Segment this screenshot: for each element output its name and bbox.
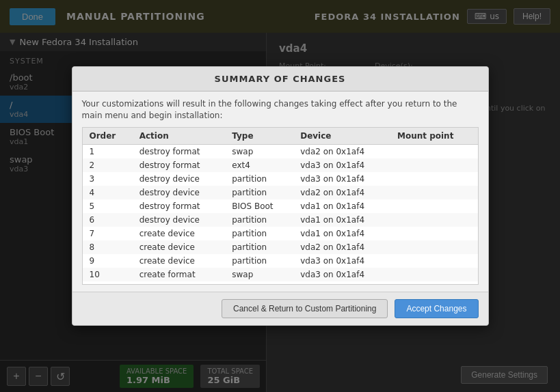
- cell-mountpoint: [390, 158, 478, 172]
- cell-order: 10: [83, 268, 133, 281]
- cell-device: vda3 on 0x1af4: [293, 172, 390, 186]
- col-type: Type: [225, 128, 293, 145]
- accept-changes-button[interactable]: Accept Changes: [395, 299, 478, 318]
- table-row: 1 destroy format swap vda2 on 0x1af4: [83, 144, 478, 158]
- modal-title: SUMMARY OF CHANGES: [72, 67, 488, 92]
- cell-type: partition: [225, 186, 293, 199]
- cell-action: create device: [133, 227, 226, 240]
- cell-device: vda3 on 0x1af4: [293, 158, 390, 172]
- cell-device: vda2 on 0x1af4: [293, 144, 390, 158]
- cell-order: 8: [83, 240, 133, 254]
- cell-device: vda3 on 0x1af4: [293, 254, 390, 268]
- table-row: 2 destroy format ext4 vda3 on 0x1af4: [83, 158, 478, 172]
- table-row: 4 destroy device partition vda2 on 0x1af…: [83, 186, 478, 199]
- changes-table: Order Action Type Device Mount point 1 d…: [83, 128, 478, 285]
- cell-action: create device: [133, 254, 226, 268]
- cell-device: vda1 on 0x1af4: [293, 213, 390, 227]
- cell-order: 2: [83, 158, 133, 172]
- cell-mountpoint: [390, 213, 478, 227]
- table-row: 6 destroy device partition vda1 on 0x1af…: [83, 213, 478, 227]
- cell-type: partition: [225, 213, 293, 227]
- cell-action: destroy device: [133, 213, 226, 227]
- cell-device: vda1 on 0x1af4: [293, 199, 390, 213]
- col-mountpoint: Mount point: [390, 128, 478, 145]
- cell-mountpoint: [390, 172, 478, 186]
- cell-type: ext4: [225, 158, 293, 172]
- summary-modal: SUMMARY OF CHANGES Your customizations w…: [72, 66, 489, 326]
- cell-type: BIOS Boot: [225, 199, 293, 213]
- cell-order: 1: [83, 144, 133, 158]
- cell-mountpoint: [390, 144, 478, 158]
- cell-action: destroy device: [133, 172, 226, 186]
- cell-order: 11: [83, 281, 133, 285]
- cell-order: 7: [83, 227, 133, 240]
- col-action: Action: [133, 128, 226, 145]
- cell-type: partition: [225, 281, 293, 285]
- modal-footer: Cancel & Return to Custom Partitioning A…: [72, 292, 488, 325]
- col-order: Order: [83, 128, 133, 145]
- cell-device: vda4 on 0x1af4: [293, 281, 390, 285]
- cell-action: destroy format: [133, 144, 226, 158]
- modal-intro-text: Your customizations will result in the f…: [82, 98, 479, 122]
- cell-mountpoint: [390, 227, 478, 240]
- cell-action: create device: [133, 240, 226, 254]
- cell-order: 6: [83, 213, 133, 227]
- cell-type: swap: [225, 144, 293, 158]
- cell-mountpoint: [390, 240, 478, 254]
- cell-order: 5: [83, 199, 133, 213]
- cell-device: vda2 on 0x1af4: [293, 240, 390, 254]
- table-row: 9 create device partition vda3 on 0x1af4: [83, 254, 478, 268]
- cell-type: partition: [225, 254, 293, 268]
- col-device: Device: [293, 128, 390, 145]
- cell-type: partition: [225, 240, 293, 254]
- cell-action: create format: [133, 268, 226, 281]
- cell-mountpoint: [390, 268, 478, 281]
- cell-mountpoint: [390, 254, 478, 268]
- cell-action: destroy device: [133, 186, 226, 199]
- modal-table-wrapper: Order Action Type Device Mount point 1 d…: [82, 127, 479, 285]
- cell-mountpoint: [390, 281, 478, 285]
- cell-order: 3: [83, 172, 133, 186]
- table-row: 7 create device partition vda1 on 0x1af4: [83, 227, 478, 240]
- table-row: 3 destroy device partition vda3 on 0x1af…: [83, 172, 478, 186]
- table-header-row: Order Action Type Device Mount point: [83, 128, 478, 145]
- cancel-button[interactable]: Cancel & Return to Custom Partitioning: [222, 299, 388, 318]
- table-row: 10 create format swap vda3 on 0x1af4: [83, 268, 478, 281]
- cell-action: destroy format: [133, 158, 226, 172]
- cell-device: vda1 on 0x1af4: [293, 227, 390, 240]
- modal-overlay: SUMMARY OF CHANGES Your customizations w…: [0, 0, 560, 392]
- cell-action: create device: [133, 281, 226, 285]
- table-row: 8 create device partition vda2 on 0x1af4: [83, 240, 478, 254]
- cell-order: 9: [83, 254, 133, 268]
- cell-type: partition: [225, 227, 293, 240]
- cell-type: partition: [225, 172, 293, 186]
- cell-device: vda3 on 0x1af4: [293, 268, 390, 281]
- table-row: 5 destroy format BIOS Boot vda1 on 0x1af…: [83, 199, 478, 213]
- table-row: 11 create device partition vda4 on 0x1af…: [83, 281, 478, 285]
- cell-mountpoint: [390, 186, 478, 199]
- cell-order: 4: [83, 186, 133, 199]
- modal-body: Your customizations will result in the f…: [72, 92, 488, 292]
- cell-device: vda2 on 0x1af4: [293, 186, 390, 199]
- cell-action: destroy format: [133, 199, 226, 213]
- cell-type: swap: [225, 268, 293, 281]
- cell-mountpoint: [390, 199, 478, 213]
